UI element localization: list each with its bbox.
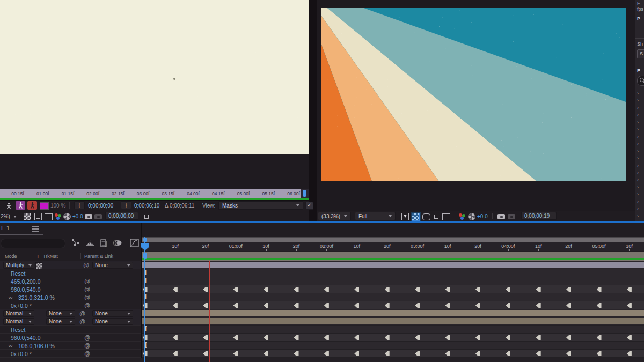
layer-timeline-ruler[interactable]: 00:15f01:00f01:15f02:00f02:15f03:00f03:1… — [0, 189, 301, 198]
current-time-field[interactable]: 0;00;00;00 — [105, 212, 138, 220]
keyframe-icon[interactable] — [597, 303, 602, 308]
keyframe-icon[interactable] — [354, 335, 359, 340]
crop-region-icon[interactable] — [442, 213, 450, 220]
effects-category-row[interactable]: › — [635, 91, 644, 98]
keyframe-icon[interactable] — [566, 335, 571, 340]
keyframe-icon[interactable] — [475, 351, 480, 356]
effects-category-row[interactable]: › — [635, 213, 644, 220]
region-of-interest-icon[interactable] — [34, 213, 42, 220]
keyframe-icon[interactable] — [627, 287, 632, 292]
pickwhip-icon[interactable]: @ — [79, 318, 85, 324]
blend-mode-select[interactable]: Multiply — [3, 262, 34, 269]
composition-image[interactable] — [321, 8, 626, 181]
keyframe-icon[interactable] — [475, 303, 480, 308]
keyframe-icon[interactable] — [536, 335, 541, 340]
keyframe-icon[interactable] — [566, 303, 571, 308]
pickwhip-icon[interactable]: @ — [83, 262, 89, 268]
blend-mode-select[interactable]: Normal — [3, 310, 34, 317]
keyframe-icon[interactable] — [233, 303, 238, 308]
property-value[interactable]: 0x+0.0 ° — [11, 351, 32, 357]
pickwhip-icon[interactable]: @ — [84, 278, 90, 284]
overlay-color-swatch[interactable] — [40, 202, 49, 210]
keyframe-icon[interactable] — [264, 303, 268, 308]
keyframe-icon[interactable] — [445, 303, 450, 308]
effects-category-row[interactable]: › — [635, 156, 644, 162]
current-time-field[interactable]: 0;00;00;19 — [521, 212, 557, 220]
crop-region-icon[interactable] — [45, 213, 53, 220]
keyframe-icon[interactable] — [294, 335, 299, 340]
effects-category-row[interactable]: › — [635, 163, 644, 170]
effects-category-row[interactable]: › — [635, 105, 644, 112]
property-value[interactable]: 465.0,200.0 — [11, 278, 40, 285]
keyframe-icon[interactable] — [597, 335, 602, 340]
keyframe-icon[interactable] — [385, 335, 390, 340]
effects-category-row[interactable]: › — [635, 112, 644, 119]
keyframe-icon[interactable] — [536, 303, 541, 308]
keyframe-icon[interactable] — [627, 303, 632, 308]
work-area-start-handle[interactable] — [143, 238, 147, 242]
channel-colors-icon[interactable] — [54, 213, 62, 220]
keyframe-icon[interactable] — [475, 335, 480, 340]
reset-link[interactable]: Reset — [11, 327, 25, 333]
effects-category-row[interactable]: › — [635, 127, 644, 134]
keyframe-icon[interactable] — [173, 287, 178, 292]
parent-link-select[interactable]: None — [92, 262, 133, 269]
parent-link-select[interactable]: None — [92, 310, 133, 317]
layer-ruler-handle[interactable] — [303, 190, 306, 197]
guides-options-icon[interactable] — [401, 213, 409, 220]
keyframe-icon[interactable] — [264, 287, 268, 292]
pickwhip-icon[interactable]: @ — [84, 302, 90, 308]
magnification-select[interactable]: (33.3%) — [318, 212, 351, 220]
pickwhip-icon[interactable]: @ — [84, 294, 90, 300]
track-matte-select[interactable]: None — [46, 318, 75, 325]
pickwhip-icon[interactable]: @ — [84, 350, 90, 357]
out-point-timecode[interactable]: 0;00;06;10 — [134, 203, 159, 209]
keyframe-icon[interactable] — [597, 287, 602, 292]
pickwhip-icon[interactable]: @ — [84, 342, 90, 349]
keyframe-icon[interactable] — [203, 335, 208, 340]
keyframe-icon[interactable] — [233, 287, 238, 292]
reset-link[interactable]: Reset — [11, 270, 25, 277]
track-matte-select[interactable]: None — [46, 310, 75, 317]
effects-category-row[interactable]: › — [635, 141, 644, 148]
roto-person-icon-active[interactable] — [16, 201, 25, 210]
refine-person-icon[interactable] — [27, 201, 37, 210]
exposure-shutter-icon[interactable] — [63, 213, 71, 220]
overlay-opacity-value[interactable]: 100 % — [50, 203, 65, 209]
keyframe-icon[interactable] — [294, 303, 299, 308]
keyframe-icon[interactable] — [566, 351, 571, 356]
keyframe-icon[interactable] — [415, 335, 420, 340]
keyframe-icon[interactable] — [506, 335, 510, 340]
keyframe-icon[interactable] — [264, 351, 268, 356]
property-value[interactable]: 321.0,321.0 % — [18, 294, 55, 301]
keyframe-icon[interactable] — [445, 335, 450, 340]
keyframe-icon[interactable] — [294, 287, 299, 292]
keyframe-icon[interactable] — [233, 351, 238, 356]
preserve-transparency-icon[interactable] — [35, 262, 42, 269]
property-value[interactable]: 106.0,106.0 % — [18, 343, 55, 349]
exposure-shutter-icon[interactable] — [468, 213, 475, 220]
keyframe-icon[interactable] — [536, 351, 541, 356]
effects-category-row[interactable]: › — [635, 170, 644, 177]
dimension-link-icon[interactable]: ∞ — [9, 294, 13, 300]
keyframe-icon[interactable] — [506, 303, 510, 308]
keyframe-icon[interactable] — [233, 335, 238, 340]
exposure-value[interactable]: +0.0 — [477, 213, 488, 219]
mask-visibility-icon[interactable] — [422, 213, 430, 220]
effects-category-row[interactable]: › — [635, 199, 644, 206]
chevron-down-icon[interactable] — [13, 216, 17, 218]
keyframe-icon[interactable] — [506, 351, 510, 356]
layer-duration-bar[interactable] — [142, 318, 644, 324]
transparency-grid-icon[interactable] — [412, 213, 420, 221]
set-out-point-button[interactable]: } — [121, 201, 131, 209]
property-value[interactable]: 0x+0.0 ° — [11, 302, 32, 309]
keyframe-icon[interactable] — [536, 287, 541, 292]
keyframe-icon[interactable] — [445, 351, 450, 356]
keyframe-icon[interactable] — [385, 351, 390, 356]
region-of-interest-icon[interactable] — [433, 213, 440, 220]
blend-mode-select[interactable]: Normal — [3, 318, 34, 325]
keyframe-icon[interactable] — [627, 351, 632, 356]
exposure-value[interactable]: +0.0 — [72, 213, 83, 219]
parent-link-select[interactable]: None — [92, 318, 133, 325]
keyframe-icon[interactable] — [627, 335, 632, 340]
